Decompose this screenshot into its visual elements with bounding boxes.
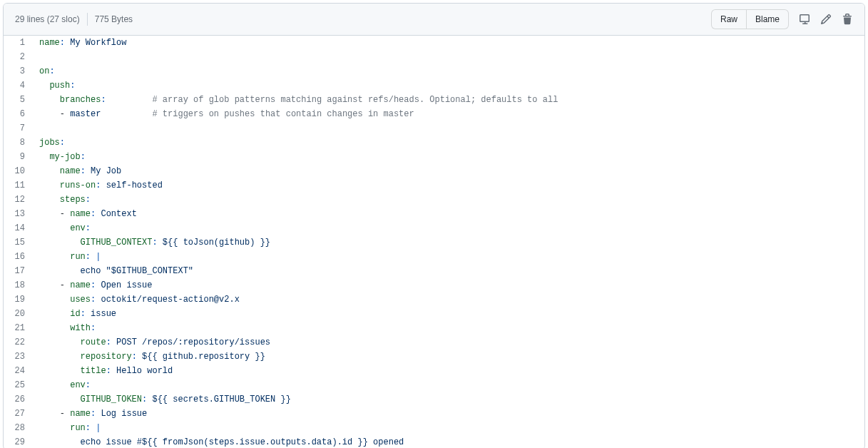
code-row: 2 <box>4 50 864 64</box>
file-box: 29 lines (27 sloc) 775 Bytes Raw Blame 1… <box>3 3 865 448</box>
code-line: with: <box>32 321 864 335</box>
code-row: 29 echo issue #${{ fromJson(steps.issue.… <box>4 435 864 448</box>
line-number[interactable]: 6 <box>4 107 32 121</box>
desktop-icon[interactable] <box>799 14 810 25</box>
code-line: jobs: <box>32 136 864 150</box>
code-line: my-job: <box>32 150 864 164</box>
line-number[interactable]: 14 <box>4 221 32 235</box>
code-line: run: | <box>32 421 864 435</box>
raw-blame-button-group: Raw Blame <box>711 9 789 29</box>
pencil-icon[interactable] <box>820 14 832 25</box>
line-number[interactable]: 26 <box>4 392 32 407</box>
line-number[interactable]: 27 <box>4 407 32 421</box>
code-row: 15 GITHUB_CONTEXT: ${{ toJson(github) }} <box>4 235 864 250</box>
code-row: 8jobs: <box>4 136 864 150</box>
line-number[interactable]: 20 <box>4 307 32 321</box>
file-size-label: 775 Bytes <box>95 14 133 24</box>
code-area: 1name: My Workflow2 3on:4 push:5 branche… <box>4 36 864 448</box>
raw-button[interactable]: Raw <box>711 9 747 29</box>
code-row: 27 - name: Log issue <box>4 407 864 421</box>
code-row: 9 my-job: <box>4 150 864 164</box>
file-info: 29 lines (27 sloc) 775 Bytes <box>15 13 133 26</box>
line-number[interactable]: 21 <box>4 321 32 335</box>
code-row: 24 title: Hello world <box>4 364 864 378</box>
code-row: 11 runs-on: self-hosted <box>4 178 864 193</box>
line-number[interactable]: 11 <box>4 178 32 193</box>
line-number[interactable]: 2 <box>4 50 32 64</box>
code-line: push: <box>32 78 864 93</box>
line-number[interactable]: 22 <box>4 335 32 350</box>
code-line: name: My Workflow <box>32 36 864 50</box>
code-line: - master # triggers on pushes that conta… <box>32 107 864 121</box>
code-line: - name: Context <box>32 207 864 221</box>
code-row: 17 echo "$GITHUB_CONTEXT" <box>4 264 864 278</box>
code-line: steps: <box>32 193 864 207</box>
code-line: - name: Log issue <box>32 407 864 421</box>
line-number[interactable]: 10 <box>4 164 32 178</box>
code-row: 23 repository: ${{ github.repository }} <box>4 350 864 364</box>
line-number[interactable]: 13 <box>4 207 32 221</box>
lines-count-label: 29 lines (27 sloc) <box>15 14 80 24</box>
file-actions: Raw Blame <box>711 9 853 29</box>
trash-icon[interactable] <box>842 14 853 25</box>
code-line: name: My Job <box>32 164 864 178</box>
code-line: runs-on: self-hosted <box>32 178 864 193</box>
code-row: 20 id: issue <box>4 307 864 321</box>
code-table: 1name: My Workflow2 3on:4 push:5 branche… <box>4 36 864 448</box>
line-number[interactable]: 28 <box>4 421 32 435</box>
line-number[interactable]: 23 <box>4 350 32 364</box>
code-line: title: Hello world <box>32 364 864 378</box>
code-row: 14 env: <box>4 221 864 235</box>
code-line <box>32 50 864 64</box>
line-number[interactable]: 1 <box>4 36 32 50</box>
line-number[interactable]: 8 <box>4 136 32 150</box>
code-row: 3on: <box>4 64 864 78</box>
code-row: 4 push: <box>4 78 864 93</box>
code-row: 25 env: <box>4 378 864 392</box>
code-line: GITHUB_CONTEXT: ${{ toJson(github) }} <box>32 235 864 250</box>
code-line: repository: ${{ github.repository }} <box>32 350 864 364</box>
code-line: echo "$GITHUB_CONTEXT" <box>32 264 864 278</box>
line-number[interactable]: 3 <box>4 64 32 78</box>
code-row: 26 GITHUB_TOKEN: ${{ secrets.GITHUB_TOKE… <box>4 392 864 407</box>
code-row: 13 - name: Context <box>4 207 864 221</box>
code-row: 6 - master # triggers on pushes that con… <box>4 107 864 121</box>
code-line: id: issue <box>32 307 864 321</box>
code-row: 1name: My Workflow <box>4 36 864 50</box>
code-row: 7 <box>4 121 864 136</box>
code-line: - name: Open issue <box>32 278 864 292</box>
file-header: 29 lines (27 sloc) 775 Bytes Raw Blame <box>4 4 864 36</box>
line-number[interactable]: 5 <box>4 93 32 107</box>
code-row: 19 uses: octokit/request-action@v2.x <box>4 292 864 307</box>
code-line: env: <box>32 378 864 392</box>
line-number[interactable]: 12 <box>4 193 32 207</box>
line-number[interactable]: 18 <box>4 278 32 292</box>
line-number[interactable]: 7 <box>4 121 32 136</box>
line-number[interactable]: 25 <box>4 378 32 392</box>
code-row: 28 run: | <box>4 421 864 435</box>
code-line: env: <box>32 221 864 235</box>
code-line: uses: octokit/request-action@v2.x <box>32 292 864 307</box>
code-row: 12 steps: <box>4 193 864 207</box>
line-number[interactable]: 24 <box>4 364 32 378</box>
code-row: 5 branches: # array of glob patterns mat… <box>4 93 864 107</box>
line-number[interactable]: 4 <box>4 78 32 93</box>
line-number[interactable]: 19 <box>4 292 32 307</box>
code-row: 10 name: My Job <box>4 164 864 178</box>
code-row: 16 run: | <box>4 250 864 264</box>
code-row: 21 with: <box>4 321 864 335</box>
line-number[interactable]: 15 <box>4 235 32 250</box>
blame-button[interactable]: Blame <box>746 9 789 29</box>
line-number[interactable]: 17 <box>4 264 32 278</box>
code-line: route: POST /repos/:repository/issues <box>32 335 864 350</box>
line-number[interactable]: 9 <box>4 150 32 164</box>
code-line: echo issue #${{ fromJson(steps.issue.out… <box>32 435 864 448</box>
line-number[interactable]: 16 <box>4 250 32 264</box>
line-number[interactable]: 29 <box>4 435 32 448</box>
code-line: branches: # array of glob patterns match… <box>32 93 864 107</box>
code-line: GITHUB_TOKEN: ${{ secrets.GITHUB_TOKEN }… <box>32 392 864 407</box>
code-row: 22 route: POST /repos/:repository/issues <box>4 335 864 350</box>
code-line <box>32 121 864 136</box>
header-divider <box>87 13 88 26</box>
code-row: 18 - name: Open issue <box>4 278 864 292</box>
